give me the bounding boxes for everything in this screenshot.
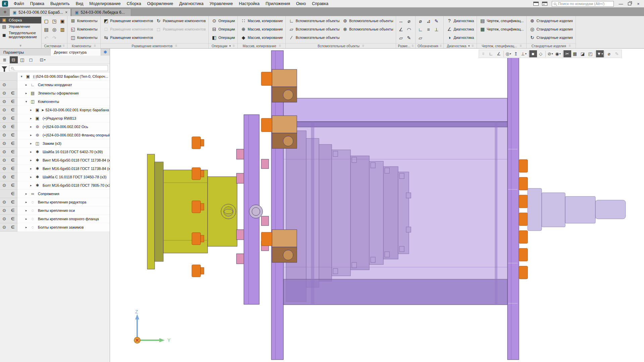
angle-dimension-icon[interactable]: ∠ xyxy=(397,27,405,32)
menu-item[interactable]: Выделить xyxy=(47,1,73,7)
tolerance-icon[interactable]: ⊥ xyxy=(432,27,440,32)
ribbon-button[interactable]: ⇆ Размещение компонентов xyxy=(102,34,154,42)
ribbon-button[interactable]: ◧ Операции xyxy=(210,34,236,42)
visibility-eye-icon[interactable]: ⊙ xyxy=(0,173,9,181)
include-icon[interactable]: ∈ xyxy=(9,106,17,114)
edit-dimension-icon[interactable]: ✎ xyxy=(405,35,413,41)
visibility-eye-icon[interactable]: ⊙ xyxy=(0,98,9,106)
expand-arrow-icon[interactable]: ▾ xyxy=(21,75,24,78)
expand-arrow-icon[interactable]: ▸ xyxy=(25,192,29,195)
redo-icon[interactable]: ↷ xyxy=(50,35,58,41)
diameter-dimension-icon[interactable]: ⌀ xyxy=(405,18,413,24)
menu-item[interactable]: Диагностика xyxy=(176,1,206,7)
visibility-eye-icon[interactable]: ⊙ xyxy=(0,114,9,122)
menu-item[interactable]: Вид xyxy=(73,1,87,7)
panel-tab[interactable]: Параметры xyxy=(0,49,51,56)
tree-structure-icon[interactable]: ⊟ xyxy=(10,56,18,63)
include-icon[interactable]: ∈ xyxy=(9,206,17,215)
ribbon-button[interactable]: ▦ Чертеж, спецификац... xyxy=(479,25,525,34)
expand-arrow-icon[interactable]: ▸ xyxy=(30,133,34,137)
include-icon[interactable] xyxy=(9,72,17,80)
ribbon-button[interactable]: ∠ Диагностика xyxy=(445,25,475,34)
triad-icon[interactable]: ⊥▾ xyxy=(520,50,528,57)
group-grip-icon[interactable]: ⠿ xyxy=(569,45,571,48)
tree-row[interactable]: ⊙ ∈ ▸ ⊚ (+)524-03-006.002.002 Ось xyxy=(0,123,110,131)
tree-row[interactable]: ⊙ ∈ ▸ ◫ Зажим (x3) xyxy=(0,139,110,148)
visibility-eye-icon[interactable]: ⊙ xyxy=(0,223,9,231)
array-view-icon[interactable]: ▦ xyxy=(571,50,579,57)
tree-row[interactable]: ⊙ ∈ ▸ ✱ Винт М16-6gx60.0118 ГОСТ 11738-8… xyxy=(0,165,110,173)
tree-row[interactable]: ∈ ▸ ∞ Сопряжения xyxy=(0,190,110,198)
tree-row[interactable]: ⊙ ∈ ▸ ✱ Шайба С 16.0118 ГОСТ 10450-78 (x… xyxy=(0,173,110,181)
visibility-eye-icon[interactable]: ⊙ xyxy=(0,106,9,114)
expand-arrow-icon[interactable]: ▸ xyxy=(30,142,34,145)
filter-icon[interactable]: ▼▾ xyxy=(596,50,604,57)
expand-arrow-icon[interactable]: ▸ xyxy=(25,209,29,212)
tree-filter-list-icon[interactable]: ⊡▾ xyxy=(39,56,47,63)
hide-objects-icon[interactable]: ⊘▾ xyxy=(546,50,554,57)
preview-icon[interactable]: ◎ xyxy=(50,27,58,32)
tree-row[interactable]: ⊙ ∈ ▸ ◌ Болты крепления зажимов xyxy=(0,223,110,232)
menu-item[interactable]: Оформление xyxy=(144,1,176,7)
include-icon[interactable]: ∈ xyxy=(9,139,17,147)
ribbon-button[interactable]: ◑ Диагностика xyxy=(445,34,475,42)
leader-icon[interactable]: ✎ xyxy=(432,18,440,24)
sep[interactable] xyxy=(604,51,605,57)
visibility-eye-icon[interactable]: ⊙ xyxy=(0,165,9,173)
expand-arrow-icon[interactable]: ▸ xyxy=(30,117,34,120)
document-tab[interactable]: ▣ 524-03-006 Лебедка 6... xyxy=(71,8,131,16)
base-icon[interactable]: ∟ xyxy=(416,27,424,32)
window-layout-icon[interactable] xyxy=(533,2,539,6)
drum-assembly-model[interactable]: Z Y xyxy=(110,49,644,362)
wireframe-view-icon[interactable]: ◇ xyxy=(537,50,545,57)
new-document-icon[interactable]: ▢ xyxy=(42,18,50,24)
tree-row[interactable]: ⊙ ∈ ▸ ▣ (+)Редуктор RW813 xyxy=(0,114,110,123)
expand-arrow-icon[interactable]: ▸ xyxy=(30,125,34,128)
group-caret-icon[interactable]: ▼ xyxy=(468,45,470,48)
tab-close-icon[interactable]: × xyxy=(65,10,67,15)
expand-arrow-icon[interactable]: ▸ xyxy=(30,108,34,112)
group-grip-icon[interactable]: ⠿ xyxy=(233,45,235,48)
include-icon[interactable]: ∈ xyxy=(9,156,17,164)
ribbon-button[interactable]: ⊗ Вспомогательные объекты xyxy=(341,25,394,34)
tree-search-input[interactable] xyxy=(15,66,106,70)
include-icon[interactable]: ∈ xyxy=(9,223,17,231)
visibility-eye-icon[interactable]: ⊙ xyxy=(0,156,9,164)
group-grip-icon[interactable]: ⠿ xyxy=(520,45,522,48)
save-icon[interactable]: ▣ xyxy=(58,18,66,24)
visibility-eye-icon[interactable]: ⊙ xyxy=(0,215,9,223)
roughness-icon[interactable]: ⌀ xyxy=(416,18,424,24)
ribbon-button[interactable]: ↻ Размещение компонентов xyxy=(155,17,207,25)
tree-row[interactable]: ⊙ ∈ ▸ ◌ Винты крепления опорного фланца xyxy=(0,215,110,223)
ribbon-button[interactable]: ◱ Компоненты xyxy=(69,25,99,34)
expand-arrow-icon[interactable]: ▸ xyxy=(30,184,34,187)
local-cs-icon[interactable]: ∟ xyxy=(487,50,495,57)
tree-row[interactable]: ⊙ ∈ ▸ ⊚ (+)524-03-006.002.003 Фланец опо… xyxy=(0,131,110,139)
menu-item[interactable]: Моделирование xyxy=(86,1,124,7)
close-button[interactable]: × xyxy=(634,1,643,7)
marking-icon[interactable]: ≡ xyxy=(424,27,432,32)
3d-viewport[interactable]: ⠿ ∟ ∠ ◎▾ ↥ ⊥▾ ■ ◇ xyxy=(110,49,644,362)
filter-funnel-icon[interactable] xyxy=(2,66,7,70)
tree-row[interactable]: ⊙ ∈ ▸ ▤ Элементы оформления xyxy=(0,89,110,98)
tree-row[interactable]: ⊙ ∈ ▸ ▣ ➤ 524-03-006.002.001 Корпус бара… xyxy=(0,106,110,114)
panel-settings-gear-icon[interactable]: ✱ xyxy=(101,49,110,56)
tree-relations-icon[interactable]: ◫ xyxy=(18,56,26,63)
menu-item[interactable]: Настройка xyxy=(236,1,263,7)
minimize-button[interactable]: — xyxy=(616,1,625,7)
expand-arrow-icon[interactable]: ▸ xyxy=(30,175,34,179)
tree-row[interactable]: ⊙ ∈ ▸ ✱ Болт М16-6gx50.0118 ГОСТ 7805-70… xyxy=(0,181,110,190)
include-icon[interactable]: ∈ xyxy=(9,190,17,198)
group-grip-icon[interactable]: ⠿ xyxy=(63,45,65,48)
annotate-icon[interactable]: ✎ xyxy=(613,50,621,57)
include-icon[interactable]: ∈ xyxy=(9,123,17,131)
include-icon[interactable] xyxy=(9,81,17,89)
visibility-eye-icon[interactable]: ⊙ xyxy=(0,131,9,139)
menu-item[interactable]: Сборка xyxy=(124,1,144,7)
cs-settings-icon[interactable]: ∠ xyxy=(495,50,503,57)
visibility-eye-icon[interactable] xyxy=(0,190,9,198)
menu-item[interactable]: Управление xyxy=(207,1,236,7)
ribbon-button[interactable]: ◆ Массив, копирование xyxy=(239,34,284,42)
ribbon-button[interactable]: ∷ Массив, копирование xyxy=(239,17,284,25)
expand-arrow-icon[interactable]: ▸ xyxy=(25,83,29,86)
